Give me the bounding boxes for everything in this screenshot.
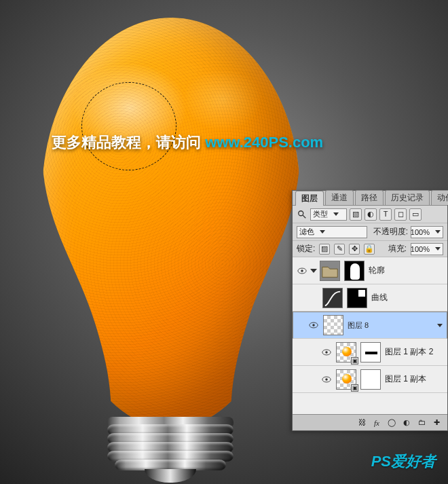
svg-point-5 — [312, 324, 315, 327]
tab-paths[interactable]: 路径 — [355, 190, 384, 205]
tab-actions[interactable]: 动作 — [431, 190, 448, 205]
opacity-input[interactable]: 100% — [411, 226, 443, 238]
new-layer-icon[interactable]: ✚ — [431, 417, 442, 429]
search-icon — [297, 208, 307, 221]
layers-panel: 图层 通道 路径 历史记录 动作 类型 ▧ ◐ T ◻ ▭ 滤色 不透明度: 1… — [292, 190, 448, 431]
filter-type-icon[interactable]: T — [379, 208, 392, 221]
smart-mask-thumb[interactable] — [360, 369, 381, 390]
blend-opacity-row: 滤色 不透明度: 100% — [293, 223, 447, 241]
layer-row-group[interactable]: 轮廓 — [293, 257, 447, 284]
svg-point-7 — [325, 351, 328, 354]
editor-canvas: 更多精品教程，请访问 www.240PS.com PS爱好者 图层 通道 路径 … — [0, 0, 448, 484]
group-mask-thumb[interactable] — [344, 261, 365, 281]
layer-name[interactable]: 图层 1 副本 — [385, 373, 443, 385]
filter-smart-icon[interactable]: ▭ — [409, 208, 422, 221]
curves-mask-thumb[interactable] — [347, 288, 367, 308]
lock-fill-row: 锁定: ▨ ✎ ✥ 🔒 填充: 100% — [293, 241, 447, 257]
fill-label: 填充: — [388, 243, 407, 255]
layer-name[interactable]: 曲线 — [371, 292, 443, 303]
new-group-icon[interactable]: 🗀 — [416, 417, 427, 429]
link-layers-icon[interactable]: ⛓ — [356, 417, 367, 429]
group-thumb — [320, 261, 340, 281]
disclosure-icon[interactable] — [310, 269, 317, 273]
svg-point-9 — [325, 378, 328, 381]
fx-icon[interactable]: fx — [371, 417, 382, 429]
filter-shape-icon[interactable]: ◻ — [394, 208, 407, 221]
lock-transparent-icon[interactable]: ▨ — [319, 244, 330, 255]
layers-list: 轮廓 曲线 图层 8 — [293, 257, 447, 414]
smart-thumb[interactable]: ▣ — [336, 342, 356, 362]
visibility-toggle[interactable] — [297, 265, 307, 276]
fill-input[interactable]: 100% — [411, 243, 443, 255]
lock-label: 锁定: — [297, 243, 315, 255]
panel-bottom-bar: ⛓ fx ◯ ◐ 🗀 ✚ — [293, 414, 447, 430]
orange-lightbulb — [42, 18, 300, 472]
lock-pixels-icon[interactable]: ✎ — [334, 244, 345, 255]
blend-mode-select[interactable]: 滤色 — [297, 226, 367, 238]
smart-thumb[interactable]: ▣ — [336, 369, 356, 390]
layer-row-selected[interactable]: 图层 8 — [293, 312, 447, 339]
new-adjust-icon[interactable]: ◐ — [401, 417, 412, 429]
layer-filter-row: 类型 ▧ ◐ T ◻ ▭ — [293, 206, 447, 223]
svg-point-0 — [299, 210, 303, 215]
tab-channels[interactable]: 通道 — [325, 190, 354, 205]
filter-kind-select[interactable]: 类型 — [310, 208, 347, 221]
lock-all-icon[interactable]: 🔒 — [364, 244, 375, 255]
tab-layers[interactable]: 图层 — [295, 191, 324, 206]
svg-point-3 — [301, 269, 303, 272]
layer-thumb[interactable] — [323, 315, 343, 335]
smart-object-icon: ▣ — [351, 384, 358, 392]
filter-pixel-icon[interactable]: ▧ — [350, 208, 362, 221]
visibility-toggle[interactable] — [321, 374, 332, 385]
curves-thumb[interactable] — [322, 288, 343, 308]
layer-row-smart-1[interactable]: ▣ 图层 1 副本 2 — [293, 339, 447, 366]
layer-row-smart-2[interactable]: ▣ 图层 1 副本 — [293, 366, 447, 393]
visibility-toggle[interactable] — [308, 320, 319, 331]
tab-history[interactable]: 历史记录 — [385, 190, 430, 205]
layer-name[interactable]: 轮廓 — [369, 265, 443, 276]
layer-row-curves[interactable]: 曲线 — [293, 284, 447, 312]
lock-position-icon[interactable]: ✥ — [349, 244, 360, 255]
bulb-screw-base — [107, 417, 234, 483]
panel-tabs: 图层 通道 路径 历史记录 动作 — [293, 191, 447, 206]
filter-adjust-icon[interactable]: ◐ — [365, 208, 377, 221]
visibility-toggle[interactable] — [307, 293, 318, 303]
smart-object-icon: ▣ — [351, 357, 358, 365]
layer-name[interactable]: 图层 1 副本 2 — [385, 346, 443, 358]
overlay-caption-url: www.240PS.com — [205, 134, 323, 151]
smart-mask-thumb[interactable] — [360, 342, 381, 362]
overlay-caption-text: 更多精品教程，请访问 — [52, 134, 205, 151]
overlay-caption: 更多精品教程，请访问 www.240PS.com — [52, 132, 323, 153]
watermark: PS爱好者 — [371, 451, 436, 472]
bulb-glass — [42, 18, 300, 428]
add-mask-icon[interactable]: ◯ — [386, 417, 397, 429]
layer-name[interactable]: 图层 8 — [348, 320, 430, 331]
opacity-label: 不透明度: — [373, 226, 408, 238]
visibility-toggle[interactable] — [321, 347, 332, 358]
svg-line-1 — [303, 215, 305, 217]
